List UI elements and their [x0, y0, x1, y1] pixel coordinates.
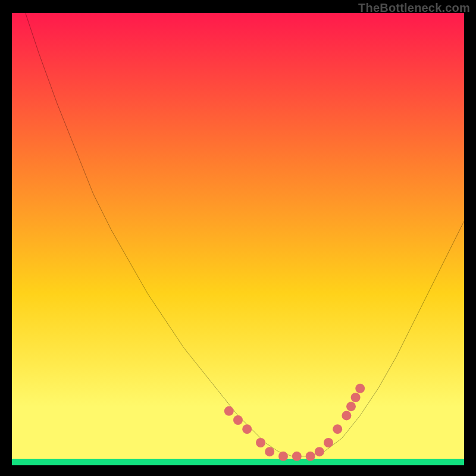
plot-background [12, 13, 464, 465]
highlight-dot [292, 452, 302, 461]
bottleneck-chart [12, 13, 464, 465]
highlight-dot [351, 393, 361, 402]
highlight-dot [333, 424, 342, 434]
highlight-dot [306, 452, 315, 461]
highlight-dot [342, 411, 351, 420]
highlight-dot [324, 438, 333, 447]
highlight-dot [224, 406, 234, 416]
highlight-dot [315, 447, 324, 456]
highlight-dot [355, 384, 365, 393]
highlight-dot [278, 452, 288, 461]
highlight-dot [242, 424, 252, 434]
highlight-dot [233, 415, 243, 425]
highlight-dot [265, 447, 274, 456]
chart-frame: TheBottleneck.com [0, 0, 476, 476]
highlight-dot [346, 402, 356, 411]
highlight-dot [256, 438, 265, 447]
